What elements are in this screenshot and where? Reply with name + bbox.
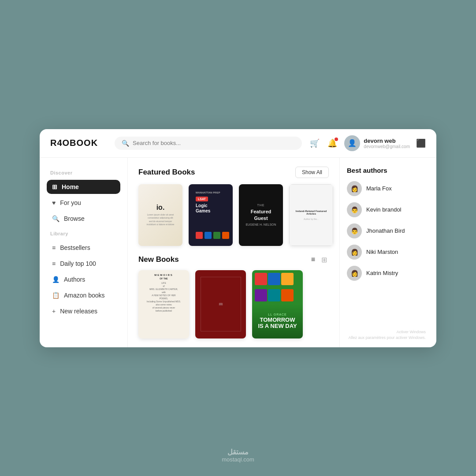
sidebar-item-bestsellers[interactable]: ≡ Bestsellers — [47, 241, 120, 255]
author-name-3: Jhonathan Bird — [366, 227, 405, 234]
list2-icon: ≡ — [52, 260, 56, 267]
author-avatar-4: 👩 — [347, 245, 362, 260]
sidebar-item-for-you-label: For you — [60, 199, 81, 206]
new-books-header: New Books ≡ ⊞ — [138, 255, 329, 265]
featured-books-row: io. Lorem ipsum dolor sit ametconsectetu… — [138, 184, 329, 246]
header: R4OBOOK 🔍 🛒 🔔 👤 devorn web devornweb@gma… — [40, 129, 436, 158]
show-all-button[interactable]: Show All — [295, 167, 329, 178]
avatar: 👤 — [344, 135, 360, 151]
author-avatar-3: 👨 — [347, 223, 362, 238]
avatar-letter: 👤 — [348, 139, 357, 147]
sidebar-item-new-releases-label: New releases — [60, 308, 97, 315]
new-book-1[interactable]: MEMOIRS OF THE LIFEofMRS. ELIZABETH CART… — [138, 270, 189, 338]
new-book-3[interactable]: LL GRACE TOMORROWIS A NEW DAY — [252, 270, 303, 338]
plus-icon: + — [52, 308, 56, 315]
sidebar-item-for-you[interactable]: ♥ For you — [47, 196, 120, 210]
featured-header: Featured Books Show All — [138, 167, 329, 178]
author-avatar-5: 👩 — [347, 266, 362, 281]
notifications-button[interactable]: 🔔 — [327, 138, 338, 149]
user-name: devorn web — [364, 138, 410, 144]
featured-guest-author: EUGENE H. NELSON — [245, 223, 276, 226]
author-item-1[interactable]: 👩 Marla Fox — [347, 181, 429, 196]
sidebar-item-bestsellers-label: Bestsellers — [60, 244, 90, 251]
featured-guest-title: FeaturedGuest — [251, 208, 271, 221]
featured-book-2[interactable]: MANHATTAN PREP LSAT LogicGames — [189, 184, 233, 246]
discover-section-title: Discover — [47, 170, 120, 175]
user-email: devornweb@gmail.com — [364, 144, 410, 149]
user-text: devorn web devornweb@gmail.com — [364, 138, 410, 149]
sidebar-item-new-releases[interactable]: + New releases — [47, 304, 120, 318]
header-actions: 🛒 🔔 👤 devorn web devornweb@gmail.com ⬛ — [309, 135, 426, 151]
heart-icon: ♥ — [52, 199, 56, 206]
author-item-2[interactable]: 👨 Kevin brandol — [347, 202, 429, 217]
list-icon: ≡ — [52, 244, 56, 251]
author-item-3[interactable]: 👨 Jhonathan Bird — [347, 223, 429, 238]
new-books-title: New Books — [138, 255, 179, 264]
library-section-title: Library — [47, 231, 120, 236]
sidebar-item-amazon[interactable]: 📋 Amazon books — [47, 288, 120, 302]
logout-button[interactable]: ⬛ — [416, 138, 426, 148]
ireland-title: Ireland-Related FeaturedArticles — [296, 210, 327, 215]
featured-title: Featured Books — [138, 168, 195, 177]
tomorrow-title: TOMORROWIS A NEW DAY — [258, 317, 297, 330]
clipboard-icon: 📋 — [52, 292, 60, 299]
sidebar: Discover ⊞ Home ♥ For you 🔍 Browse Libra… — [40, 158, 128, 347]
sidebar-item-browse-label: Browse — [64, 215, 85, 222]
right-panel: Best authors 👩 Marla Fox 👨 Kevin brandol… — [339, 158, 436, 347]
lsat-title: LogicGames — [196, 203, 210, 214]
featured-book-3[interactable]: THE FeaturedGuest EUGENE H. NELSON — [239, 184, 283, 246]
lsat-badge: LSAT — [196, 197, 208, 201]
search-icon: 🔍 — [122, 140, 129, 147]
sidebar-item-amazon-label: Amazon books — [64, 292, 105, 299]
memoirs-title: MEMOIRS — [154, 274, 173, 276]
sidebar-item-authors-label: Authors — [64, 276, 85, 283]
author-name-2: Kevin brandol — [366, 206, 402, 213]
windows-line2: Allez aux paramètres pour activer Window… — [348, 335, 426, 341]
body-layout: Discover ⊞ Home ♥ For you 🔍 Browse Libra… — [40, 158, 436, 347]
author-item-4[interactable]: 👩 Niki Marston — [347, 245, 429, 260]
search-sidebar-icon: 🔍 — [52, 215, 60, 222]
person-icon: 👤 — [52, 276, 60, 283]
home-icon: ⊞ — [52, 183, 57, 190]
sidebar-item-browse[interactable]: 🔍 Browse — [47, 212, 120, 226]
search-bar[interactable]: 🔍 — [115, 137, 302, 150]
sidebar-item-home-label: Home — [62, 183, 79, 190]
new-book-2[interactable]: 📖 — [195, 270, 246, 338]
author-avatar-2: 👨 — [347, 202, 362, 217]
mostaql-url: mostaql.com — [222, 456, 254, 463]
author-item-5[interactable]: 👩 Katrin Mistry — [347, 266, 429, 281]
author-name-1: Marla Fox — [366, 185, 392, 192]
author-name-5: Katrin Mistry — [366, 270, 398, 276]
main-content: Featured Books Show All io. Lorem ipsum … — [128, 158, 339, 347]
dark-book-inner: 📖 — [201, 277, 241, 331]
windows-watermark: Activer Windows Allez aux paramètres pou… — [348, 329, 426, 341]
featured-book-1[interactable]: io. Lorem ipsum dolor sit ametconsectetu… — [138, 184, 182, 246]
view-toggle: ≡ ⊞ — [309, 255, 329, 265]
sidebar-item-authors[interactable]: 👤 Authors — [47, 272, 120, 286]
best-authors-title: Best authors — [347, 167, 429, 174]
new-books-row: MEMOIRS OF THE LIFEofMRS. ELIZABETH CART… — [138, 270, 329, 338]
featured-book-4[interactable]: Ireland-Related FeaturedArticles Author … — [289, 184, 333, 246]
sidebar-item-daily-top-label: Daily top 100 — [60, 260, 96, 267]
list-view-button[interactable]: ≡ — [309, 255, 317, 265]
memoirs-subtitle: LIFEofMRS. ELIZABETH CARTER,withA FEW NO… — [147, 282, 181, 312]
cart-button[interactable]: 🛒 — [309, 138, 320, 149]
windows-line1: Activer Windows — [348, 329, 426, 335]
mostaql-watermark: مستقل mostaql.com — [222, 448, 254, 463]
author-name-4: Niki Marston — [366, 249, 398, 255]
app-logo: R4OBOOK — [50, 138, 108, 148]
grid-view-button[interactable]: ⊞ — [320, 255, 329, 265]
author-avatar-1: 👩 — [347, 181, 362, 196]
user-info: 👤 devorn web devornweb@gmail.com — [344, 135, 410, 151]
notification-dot — [335, 138, 338, 141]
sidebar-item-daily-top[interactable]: ≡ Daily top 100 — [47, 257, 120, 271]
search-input[interactable] — [133, 140, 295, 146]
sidebar-item-home[interactable]: ⊞ Home — [47, 180, 120, 194]
